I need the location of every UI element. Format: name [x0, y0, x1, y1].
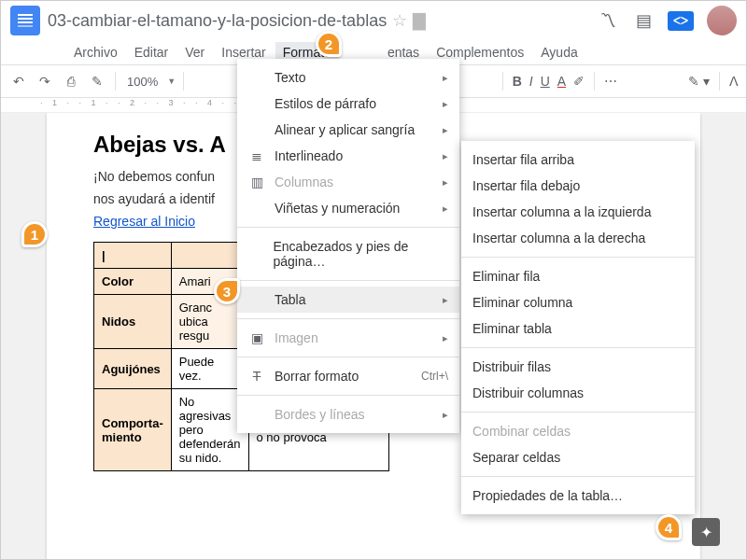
menu-item-encabezados[interactable]: Encabezados y pies de página… — [237, 233, 459, 274]
italic-button[interactable]: I — [529, 74, 533, 89]
menu-ver[interactable]: Ver — [177, 42, 212, 63]
menu-item-texto[interactable]: Texto▸ — [237, 64, 459, 91]
table-row-label: Nidos — [94, 295, 172, 349]
underline-button[interactable]: U — [541, 74, 550, 89]
menu-item-vinetas[interactable]: Viñetas y numeración▸ — [237, 195, 459, 221]
line-spacing-icon: ≣ — [248, 148, 265, 163]
table-row-label: Comporta-miento — [94, 389, 172, 471]
menu-item-imagen: ▣Imagen▸ — [237, 325, 459, 351]
table-row-label: Color — [94, 269, 172, 295]
submenu-separar-celdas[interactable]: Separar celdas — [461, 444, 695, 470]
submenu-insertar-fila-debajo[interactable]: Insertar fila debajo — [461, 173, 695, 199]
trend-icon[interactable]: 〽 — [597, 9, 619, 32]
menu-item-bordes: Bordes y líneas▸ — [237, 401, 459, 427]
folder-icon[interactable]: ▇ — [413, 10, 426, 31]
menu-editar[interactable]: Editar — [127, 42, 176, 63]
submenu-insertar-fila-arriba[interactable]: Insertar fila arriba — [461, 147, 695, 173]
menu-item-tabla[interactable]: Tabla▸ — [237, 287, 459, 313]
share-button[interactable]: ᐸᐳ — [668, 11, 694, 31]
menu-item-interlineado[interactable]: ≣Interlineado▸ — [237, 143, 459, 169]
step-badge-1: 1 — [21, 221, 48, 247]
menu-item-estilos[interactable]: Estilos de párrafo▸ — [237, 91, 459, 117]
submenu-eliminar-fila[interactable]: Eliminar fila — [461, 263, 695, 289]
menu-hidden — [341, 49, 378, 55]
bold-button[interactable]: B — [513, 74, 522, 89]
submenu-eliminar-tabla[interactable]: Eliminar tabla — [461, 315, 695, 342]
submenu-distribuir-filas[interactable]: Distribuir filas — [461, 354, 695, 380]
highlight-button[interactable]: ✐ — [573, 74, 585, 89]
submenu-propiedades-tabla[interactable]: Propiedades de la tabla… — [461, 483, 695, 509]
paint-format-button[interactable]: ✎ — [87, 71, 107, 91]
menu-item-columnas: ▥Columnas▸ — [237, 169, 459, 195]
table-row-label: Aguijónes — [94, 349, 172, 389]
submenu-insertar-col-der[interactable]: Insertar columna a la derecha — [461, 225, 695, 251]
menu-ayuda[interactable]: Ayuda — [533, 42, 585, 63]
avatar[interactable] — [707, 6, 737, 35]
back-to-start-link[interactable]: Regresar al Inicio — [93, 214, 195, 229]
step-badge-2: 2 — [316, 31, 342, 57]
star-icon[interactable]: ☆ — [392, 10, 407, 31]
undo-button[interactable]: ↶ — [8, 71, 29, 91]
columns-icon: ▥ — [248, 175, 265, 189]
format-menu-dropdown: Texto▸ Estilos de párrafo▸ Alinear y apl… — [237, 59, 459, 433]
image-icon: ▣ — [248, 330, 265, 345]
submenu-insertar-col-izq[interactable]: Insertar columna a la izquierda — [461, 199, 695, 225]
menu-item-borrar-formato[interactable]: TBorrar formatoCtrl+\ — [237, 363, 459, 389]
step-badge-4: 4 — [655, 514, 682, 540]
docs-app-icon[interactable] — [10, 6, 40, 35]
menu-item-alinear[interactable]: Alinear y aplicar sangría▸ — [237, 117, 459, 143]
tabla-submenu: Insertar fila arriba Insertar fila debaj… — [461, 141, 695, 514]
zoom-select[interactable]: 100% — [123, 75, 162, 89]
submenu-eliminar-columna[interactable]: Eliminar columna — [461, 289, 695, 315]
document-title[interactable]: 03-cambiar-el-tamano-y-la-posicion-de-ta… — [48, 11, 387, 31]
explore-button[interactable]: ✦ — [692, 518, 720, 546]
editing-mode-button[interactable]: ✎ ▾ — [688, 74, 710, 89]
print-button[interactable]: ⎙ — [61, 71, 81, 91]
expand-button[interactable]: ᐱ — [729, 74, 739, 89]
redo-button[interactable]: ↷ — [35, 71, 55, 91]
menu-archivo[interactable]: Archivo — [66, 42, 125, 63]
clear-format-icon: T — [248, 369, 265, 384]
more-tools-button[interactable]: ⋯ — [604, 74, 617, 89]
comments-icon[interactable]: ▤ — [632, 9, 655, 32]
text-color-button[interactable]: A — [557, 74, 566, 89]
step-badge-3: 3 — [214, 278, 240, 304]
submenu-combinar-celdas: Combinar celdas — [461, 418, 695, 444]
submenu-distribuir-columnas[interactable]: Distribuir columnas — [461, 380, 695, 406]
